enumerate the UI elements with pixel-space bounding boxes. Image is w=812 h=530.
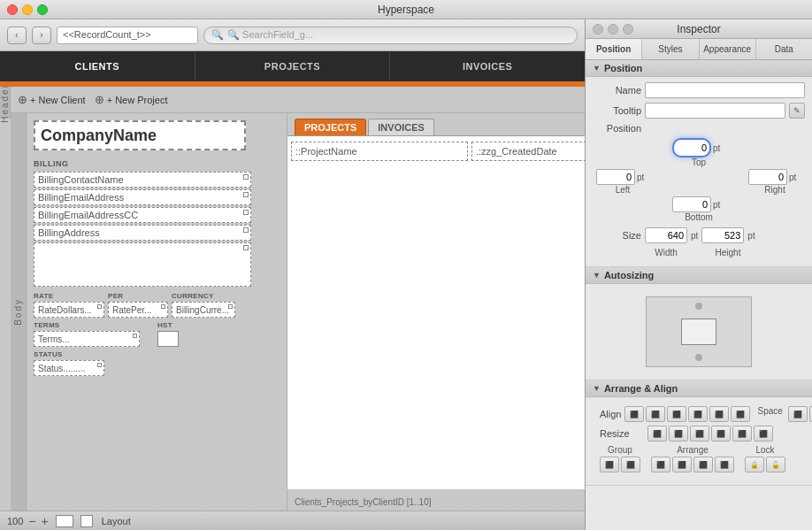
billing-email-cc-field[interactable]: BillingEmailAddressCC [34, 207, 251, 223]
height-label: Height [707, 248, 749, 257]
nav-tabs: CLIENTS PROJECTS INVOICES [0, 51, 585, 81]
billing-textarea[interactable] [34, 242, 251, 287]
billing-email-field[interactable]: BillingEmailAddress [34, 189, 251, 205]
inspector-title-bar: Inspector [586, 19, 812, 39]
close-button[interactable] [7, 4, 18, 15]
align-right-button[interactable]: ⬛ [667, 406, 686, 422]
autosizing-dot-bottom[interactable] [695, 354, 702, 361]
width-pt-unit: pt [691, 231, 698, 241]
arrange-btn-2[interactable]: ⬛ [672, 457, 692, 472]
currency-field[interactable]: BillingCurre... [172, 302, 235, 318]
maximize-button[interactable] [37, 4, 48, 15]
rate-field[interactable]: RateDollars... [34, 302, 104, 318]
resize-btn-4[interactable]: ⬛ [711, 426, 731, 442]
nav-tab-projects[interactable]: PROJECTS [195, 51, 391, 81]
created-date-cell[interactable]: .:zzg_CreatedDate [471, 142, 585, 161]
resize-btn-3[interactable]: ⬛ [690, 426, 709, 442]
resize-btn-2[interactable]: ⬛ [669, 426, 688, 442]
nav-tab-invoices[interactable]: INVOICES [390, 51, 585, 81]
nav-forward-button[interactable]: › [32, 27, 51, 44]
per-field[interactable]: RatePer... [108, 302, 168, 318]
group-btn-1[interactable]: ⬛ [600, 457, 619, 472]
search-field[interactable]: 🔍 🔍 SearchField_g... [203, 27, 578, 44]
resize-btn-5[interactable]: ⬛ [732, 426, 752, 442]
group-label: Group [608, 445, 632, 455]
top-position-group: 0 pt Top [672, 138, 725, 167]
terms-field[interactable]: Terms... [34, 331, 140, 347]
arrange-btn-3[interactable]: ⬛ [693, 457, 713, 472]
group-arrange-lock-row: Group ⬛ ⬛ Arrange ⬛ ⬛ ⬛ [600, 445, 798, 472]
arrange-group: Arrange ⬛ ⬛ ⬛ ⬛ [651, 445, 734, 472]
left-input-row: pt [596, 169, 649, 185]
align-row: Align ⬛ ⬛ ⬛ ⬛ ⬛ ⬛ Space ⬛ ⬛ [600, 406, 798, 422]
main-layout: ‹ › <<RecordCount_t>> 🔍 🔍 SearchField_g.… [0, 19, 812, 530]
zoom-fit-button[interactable] [56, 515, 73, 527]
left-position-input[interactable] [596, 169, 635, 185]
inspector-max-button[interactable] [623, 24, 633, 35]
record-count-field[interactable]: <<RecordCount_t>> [57, 27, 198, 44]
arrange-btn-1[interactable]: ⬛ [651, 457, 670, 472]
align-top-button[interactable]: ⬛ [688, 406, 708, 422]
resize-row: Resize ⬛ ⬛ ⬛ ⬛ ⬛ ⬛ [600, 426, 798, 442]
bottom-position-input[interactable] [672, 196, 711, 212]
lock-btn-1[interactable]: 🔒 [745, 457, 764, 472]
autosizing-section: ▼ Autosizing [586, 267, 812, 380]
zoom-decrease-button[interactable]: − [28, 514, 35, 528]
zoom-increase-button[interactable]: + [42, 514, 49, 528]
height-input[interactable] [701, 227, 744, 243]
sub-tab-projects[interactable]: PROJECTS [295, 119, 366, 135]
inspector-tab-data[interactable]: Data [756, 39, 812, 59]
field-handle [133, 334, 137, 338]
resize-btn-6[interactable]: ⬛ [754, 426, 773, 442]
arrange-btn-4[interactable]: ⬛ [715, 457, 734, 472]
billing-contact-field[interactable]: BillingContactName [34, 172, 251, 188]
new-client-button[interactable]: ⊕ + New Client [18, 93, 86, 106]
window-controls [7, 4, 48, 15]
autosizing-dot-top[interactable] [695, 303, 702, 310]
nav-back-button[interactable]: ‹ [7, 27, 27, 44]
align-center-v-button[interactable]: ⬛ [709, 406, 729, 422]
align-bottom-button[interactable]: ⬛ [731, 406, 750, 422]
per-label: PER [108, 292, 168, 300]
top-pt-unit: pt [713, 143, 725, 153]
space-h-button[interactable]: ⬛ [788, 406, 808, 422]
sub-tab-invoices[interactable]: INVOICES [368, 119, 434, 135]
tooltip-input[interactable] [645, 103, 785, 119]
inspector-min-button[interactable] [608, 24, 618, 35]
body-label-text: Body [13, 298, 23, 326]
field-handle [243, 192, 249, 197]
group-btn-2[interactable]: ⬛ [621, 457, 640, 472]
lock-buttons: 🔒 🔓 [745, 457, 785, 472]
nav-tab-clients[interactable]: CLIENTS [0, 51, 195, 81]
lock-group: Lock 🔒 🔓 [745, 445, 785, 472]
name-input[interactable] [645, 82, 805, 98]
inspector-close-button[interactable] [593, 24, 603, 35]
right-label: Right [764, 185, 785, 195]
inspector-tab-styles[interactable]: Styles [642, 39, 699, 59]
inspector-tab-appearance[interactable]: Appearance [700, 39, 756, 59]
width-input[interactable] [645, 227, 687, 243]
billing-address-field[interactable]: BillingAddress [34, 225, 251, 241]
resize-btn-1[interactable]: ⬛ [647, 426, 667, 442]
main-content: ⊕ + New Client ⊕ + New Project ≡ Body [11, 87, 585, 511]
width-label: Width [645, 248, 687, 257]
body-side-label: Body [11, 113, 27, 511]
right-position-input[interactable] [748, 169, 787, 185]
align-left-button[interactable]: ⬛ [624, 406, 644, 422]
minimize-button[interactable] [22, 4, 33, 15]
zoom-reset-button[interactable] [80, 515, 93, 527]
project-name-cell[interactable]: ::ProjectName [291, 142, 468, 161]
hst-checkbox[interactable] [157, 331, 179, 347]
inspector-tab-position[interactable]: Position [586, 39, 642, 59]
status-field[interactable]: Status......... [34, 360, 104, 376]
tooltip-edit-button[interactable]: ✎ [789, 103, 805, 119]
lock-btn-2[interactable]: 🔓 [766, 457, 785, 472]
title-bar: Hyperspace [0, 0, 812, 19]
company-name-field[interactable]: CompanyName [34, 120, 246, 150]
top-position-input[interactable]: 0 [672, 138, 711, 157]
new-project-button[interactable]: ⊕ + New Project [95, 93, 168, 106]
currency-col: CURRENCY BillingCurre... [172, 292, 235, 318]
rate-label: RATE [34, 292, 104, 300]
sub-tabs: PROJECTS INVOICES [287, 113, 585, 136]
align-center-h-button[interactable]: ⬛ [646, 406, 665, 422]
